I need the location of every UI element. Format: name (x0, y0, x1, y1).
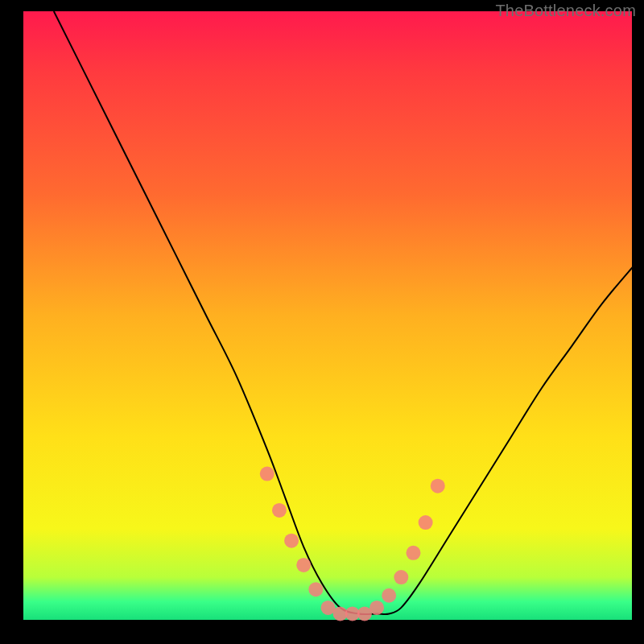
y-axis-line (11, 11, 13, 633)
chart-frame (11, 11, 633, 633)
x-axis-line (11, 631, 633, 633)
gradient-background (23, 11, 632, 620)
watermark-text: TheBottleneck.com (495, 2, 636, 20)
